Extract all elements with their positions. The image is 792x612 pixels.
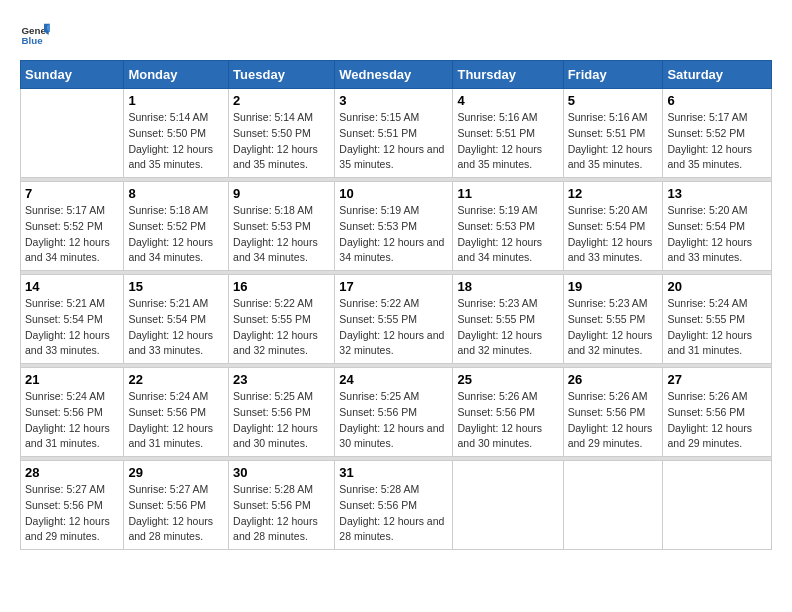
day-info: Sunrise: 5:25 AMSunset: 5:56 PMDaylight:… [339, 389, 448, 452]
day-number: 2 [233, 93, 330, 108]
day-info: Sunrise: 5:21 AMSunset: 5:54 PMDaylight:… [128, 296, 224, 359]
day-number: 31 [339, 465, 448, 480]
calendar-cell: 28Sunrise: 5:27 AMSunset: 5:56 PMDayligh… [21, 461, 124, 550]
weekday-header-thursday: Thursday [453, 61, 563, 89]
day-info: Sunrise: 5:18 AMSunset: 5:53 PMDaylight:… [233, 203, 330, 266]
day-info: Sunrise: 5:14 AMSunset: 5:50 PMDaylight:… [233, 110, 330, 173]
calendar-week-row: 28Sunrise: 5:27 AMSunset: 5:56 PMDayligh… [21, 461, 772, 550]
calendar-week-row: 7Sunrise: 5:17 AMSunset: 5:52 PMDaylight… [21, 182, 772, 271]
day-number: 24 [339, 372, 448, 387]
calendar-cell: 14Sunrise: 5:21 AMSunset: 5:54 PMDayligh… [21, 275, 124, 364]
day-number: 28 [25, 465, 119, 480]
day-info: Sunrise: 5:16 AMSunset: 5:51 PMDaylight:… [457, 110, 558, 173]
day-number: 1 [128, 93, 224, 108]
calendar-cell: 15Sunrise: 5:21 AMSunset: 5:54 PMDayligh… [124, 275, 229, 364]
calendar-cell: 25Sunrise: 5:26 AMSunset: 5:56 PMDayligh… [453, 368, 563, 457]
svg-text:Blue: Blue [22, 35, 44, 46]
calendar-cell: 11Sunrise: 5:19 AMSunset: 5:53 PMDayligh… [453, 182, 563, 271]
day-info: Sunrise: 5:14 AMSunset: 5:50 PMDaylight:… [128, 110, 224, 173]
day-info: Sunrise: 5:27 AMSunset: 5:56 PMDaylight:… [128, 482, 224, 545]
day-number: 30 [233, 465, 330, 480]
day-info: Sunrise: 5:23 AMSunset: 5:55 PMDaylight:… [457, 296, 558, 359]
day-info: Sunrise: 5:20 AMSunset: 5:54 PMDaylight:… [568, 203, 659, 266]
calendar-week-row: 14Sunrise: 5:21 AMSunset: 5:54 PMDayligh… [21, 275, 772, 364]
calendar-cell: 30Sunrise: 5:28 AMSunset: 5:56 PMDayligh… [229, 461, 335, 550]
weekday-header-sunday: Sunday [21, 61, 124, 89]
calendar-cell: 2Sunrise: 5:14 AMSunset: 5:50 PMDaylight… [229, 89, 335, 178]
calendar-cell: 29Sunrise: 5:27 AMSunset: 5:56 PMDayligh… [124, 461, 229, 550]
day-number: 29 [128, 465, 224, 480]
calendar-cell: 9Sunrise: 5:18 AMSunset: 5:53 PMDaylight… [229, 182, 335, 271]
day-number: 17 [339, 279, 448, 294]
day-number: 11 [457, 186, 558, 201]
day-number: 4 [457, 93, 558, 108]
day-info: Sunrise: 5:24 AMSunset: 5:55 PMDaylight:… [667, 296, 767, 359]
day-info: Sunrise: 5:16 AMSunset: 5:51 PMDaylight:… [568, 110, 659, 173]
calendar-cell: 10Sunrise: 5:19 AMSunset: 5:53 PMDayligh… [335, 182, 453, 271]
calendar-cell: 6Sunrise: 5:17 AMSunset: 5:52 PMDaylight… [663, 89, 772, 178]
logo-icon: General Blue [20, 20, 50, 50]
day-number: 20 [667, 279, 767, 294]
calendar-cell: 22Sunrise: 5:24 AMSunset: 5:56 PMDayligh… [124, 368, 229, 457]
day-info: Sunrise: 5:18 AMSunset: 5:52 PMDaylight:… [128, 203, 224, 266]
calendar-cell [563, 461, 663, 550]
calendar-cell: 19Sunrise: 5:23 AMSunset: 5:55 PMDayligh… [563, 275, 663, 364]
weekday-header-monday: Monday [124, 61, 229, 89]
calendar-cell: 4Sunrise: 5:16 AMSunset: 5:51 PMDaylight… [453, 89, 563, 178]
day-info: Sunrise: 5:19 AMSunset: 5:53 PMDaylight:… [457, 203, 558, 266]
logo: General Blue [20, 20, 50, 50]
day-number: 3 [339, 93, 448, 108]
day-info: Sunrise: 5:24 AMSunset: 5:56 PMDaylight:… [25, 389, 119, 452]
calendar-cell: 17Sunrise: 5:22 AMSunset: 5:55 PMDayligh… [335, 275, 453, 364]
day-number: 25 [457, 372, 558, 387]
calendar-cell: 18Sunrise: 5:23 AMSunset: 5:55 PMDayligh… [453, 275, 563, 364]
day-number: 13 [667, 186, 767, 201]
calendar-cell: 31Sunrise: 5:28 AMSunset: 5:56 PMDayligh… [335, 461, 453, 550]
calendar-cell: 27Sunrise: 5:26 AMSunset: 5:56 PMDayligh… [663, 368, 772, 457]
day-number: 19 [568, 279, 659, 294]
day-info: Sunrise: 5:17 AMSunset: 5:52 PMDaylight:… [667, 110, 767, 173]
day-number: 26 [568, 372, 659, 387]
calendar-cell [21, 89, 124, 178]
day-info: Sunrise: 5:21 AMSunset: 5:54 PMDaylight:… [25, 296, 119, 359]
day-number: 6 [667, 93, 767, 108]
day-number: 10 [339, 186, 448, 201]
day-info: Sunrise: 5:17 AMSunset: 5:52 PMDaylight:… [25, 203, 119, 266]
weekday-header-row: SundayMondayTuesdayWednesdayThursdayFrid… [21, 61, 772, 89]
day-info: Sunrise: 5:24 AMSunset: 5:56 PMDaylight:… [128, 389, 224, 452]
day-info: Sunrise: 5:20 AMSunset: 5:54 PMDaylight:… [667, 203, 767, 266]
day-info: Sunrise: 5:28 AMSunset: 5:56 PMDaylight:… [339, 482, 448, 545]
day-number: 8 [128, 186, 224, 201]
day-info: Sunrise: 5:19 AMSunset: 5:53 PMDaylight:… [339, 203, 448, 266]
calendar-cell: 26Sunrise: 5:26 AMSunset: 5:56 PMDayligh… [563, 368, 663, 457]
day-info: Sunrise: 5:22 AMSunset: 5:55 PMDaylight:… [233, 296, 330, 359]
day-number: 27 [667, 372, 767, 387]
day-number: 22 [128, 372, 224, 387]
weekday-header-saturday: Saturday [663, 61, 772, 89]
calendar-week-row: 1Sunrise: 5:14 AMSunset: 5:50 PMDaylight… [21, 89, 772, 178]
day-number: 15 [128, 279, 224, 294]
day-info: Sunrise: 5:26 AMSunset: 5:56 PMDaylight:… [568, 389, 659, 452]
day-info: Sunrise: 5:15 AMSunset: 5:51 PMDaylight:… [339, 110, 448, 173]
day-info: Sunrise: 5:22 AMSunset: 5:55 PMDaylight:… [339, 296, 448, 359]
calendar-cell: 21Sunrise: 5:24 AMSunset: 5:56 PMDayligh… [21, 368, 124, 457]
calendar-cell [663, 461, 772, 550]
calendar-cell: 20Sunrise: 5:24 AMSunset: 5:55 PMDayligh… [663, 275, 772, 364]
weekday-header-friday: Friday [563, 61, 663, 89]
day-number: 21 [25, 372, 119, 387]
day-info: Sunrise: 5:26 AMSunset: 5:56 PMDaylight:… [457, 389, 558, 452]
calendar-cell [453, 461, 563, 550]
day-info: Sunrise: 5:26 AMSunset: 5:56 PMDaylight:… [667, 389, 767, 452]
day-number: 12 [568, 186, 659, 201]
day-info: Sunrise: 5:28 AMSunset: 5:56 PMDaylight:… [233, 482, 330, 545]
calendar-cell: 5Sunrise: 5:16 AMSunset: 5:51 PMDaylight… [563, 89, 663, 178]
calendar-cell: 16Sunrise: 5:22 AMSunset: 5:55 PMDayligh… [229, 275, 335, 364]
day-info: Sunrise: 5:25 AMSunset: 5:56 PMDaylight:… [233, 389, 330, 452]
calendar-week-row: 21Sunrise: 5:24 AMSunset: 5:56 PMDayligh… [21, 368, 772, 457]
calendar-cell: 13Sunrise: 5:20 AMSunset: 5:54 PMDayligh… [663, 182, 772, 271]
calendar-cell: 12Sunrise: 5:20 AMSunset: 5:54 PMDayligh… [563, 182, 663, 271]
day-number: 18 [457, 279, 558, 294]
day-number: 9 [233, 186, 330, 201]
calendar-cell: 23Sunrise: 5:25 AMSunset: 5:56 PMDayligh… [229, 368, 335, 457]
calendar-cell: 1Sunrise: 5:14 AMSunset: 5:50 PMDaylight… [124, 89, 229, 178]
